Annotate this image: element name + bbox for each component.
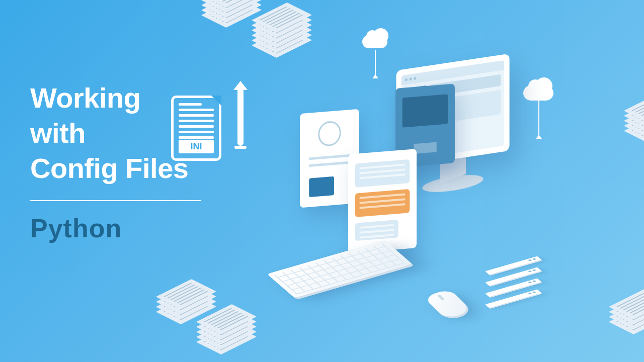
subtitle-text: Python bbox=[30, 213, 201, 243]
mouse-icon bbox=[424, 289, 472, 320]
chat-window-icon bbox=[348, 149, 417, 253]
server-stack-icon bbox=[483, 261, 543, 306]
divider-line bbox=[30, 200, 201, 201]
document-outline-icon: INI bbox=[171, 96, 221, 161]
file-extension-label: INI bbox=[179, 140, 214, 153]
keyboard-icon bbox=[267, 240, 413, 298]
isometric-illustration bbox=[221, 0, 644, 362]
cloud-upload-icon bbox=[362, 35, 387, 48]
cloud-upload-icon bbox=[523, 85, 553, 101]
